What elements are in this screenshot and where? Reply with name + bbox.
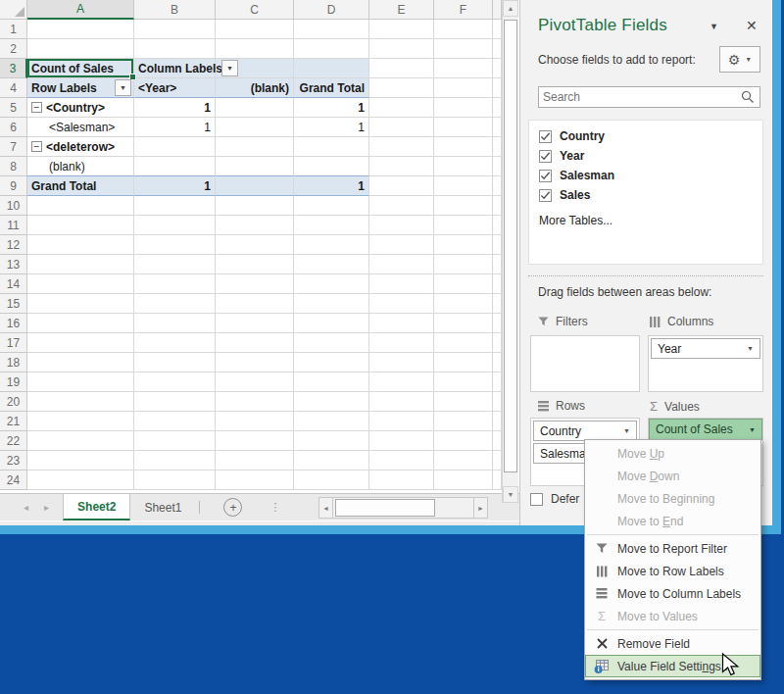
column-header-d[interactable]: D: [294, 0, 369, 20]
grid-cell[interactable]: [369, 157, 434, 176]
new-sheet-button[interactable]: +: [223, 498, 242, 517]
row-header-24[interactable]: 24: [0, 471, 27, 490]
grid-cell[interactable]: [216, 20, 294, 39]
grid-cell[interactable]: [369, 137, 434, 157]
row-header-5[interactable]: 5: [0, 98, 27, 118]
grid-cell[interactable]: [216, 471, 294, 490]
grid-cell[interactable]: [434, 471, 493, 490]
grid-cell[interactable]: [27, 353, 134, 372]
grid-cell[interactable]: [294, 333, 369, 353]
menu-item-remove-field[interactable]: Remove Field: [585, 632, 760, 655]
filters-drop-area[interactable]: [530, 335, 640, 392]
grid-cell[interactable]: [369, 20, 434, 39]
grid-cell[interactable]: [134, 392, 216, 412]
row-header-3[interactable]: 3: [0, 59, 27, 78]
grid-cell[interactable]: [216, 353, 294, 372]
grid-cell[interactable]: [434, 157, 493, 176]
cell-A5[interactable]: −<Country>: [27, 98, 134, 118]
grid-cell[interactable]: [434, 196, 493, 216]
grid-cell[interactable]: [294, 255, 369, 274]
collapse-icon[interactable]: −: [31, 102, 42, 113]
menu-item-move-to-report-filter[interactable]: Move to Report Filter: [585, 537, 760, 560]
grid-cell[interactable]: [27, 235, 134, 255]
grid-cell[interactable]: [434, 353, 493, 372]
grid-cell[interactable]: [134, 372, 216, 392]
row-header-2[interactable]: 2: [0, 39, 27, 59]
row-header-10[interactable]: 10: [0, 196, 27, 216]
cell-D3[interactable]: [294, 59, 369, 78]
cell-B5[interactable]: 1: [134, 98, 216, 118]
grid-cell[interactable]: [294, 392, 369, 412]
grid-cell[interactable]: [434, 235, 493, 255]
grid-cell[interactable]: [434, 333, 493, 353]
grid-cell[interactable]: [216, 412, 294, 431]
row-header-15[interactable]: 15: [0, 294, 27, 314]
row-header-12[interactable]: 12: [0, 235, 27, 255]
grid-cell[interactable]: [434, 176, 493, 196]
field-item-year[interactable]: Year: [539, 146, 762, 166]
grid-cell[interactable]: [369, 294, 434, 314]
grid-cell[interactable]: [294, 39, 369, 59]
grid-cell[interactable]: [216, 431, 294, 451]
grid-cell[interactable]: [216, 333, 294, 353]
grid-cell[interactable]: [134, 39, 216, 59]
cell-A4[interactable]: Row Labels▼: [27, 78, 134, 98]
row-header-22[interactable]: 22: [0, 431, 27, 451]
horizontal-scrollbar[interactable]: ◄ ►: [318, 497, 488, 519]
column-header-b[interactable]: B: [134, 0, 216, 20]
grid-cell[interactable]: [294, 216, 369, 235]
cell-D6[interactable]: 1: [294, 118, 369, 137]
grid-cell[interactable]: [369, 471, 434, 490]
pane-close-icon[interactable]: ✕: [746, 18, 758, 33]
grid-cell[interactable]: [294, 274, 369, 294]
grid-cell[interactable]: [369, 392, 434, 412]
grid-cell[interactable]: [134, 196, 216, 216]
grid-cell[interactable]: [369, 98, 434, 118]
rows-field-country[interactable]: Country ▼: [533, 421, 637, 441]
grid-cell[interactable]: [27, 216, 134, 235]
field-checkbox[interactable]: [539, 189, 552, 202]
field-item-sales[interactable]: Sales: [539, 185, 762, 205]
column-header-e[interactable]: E: [369, 0, 434, 20]
grid-cell[interactable]: [216, 372, 294, 392]
grid-cell[interactable]: [369, 118, 434, 137]
grid-cell[interactable]: [27, 431, 134, 451]
row-header-23[interactable]: 23: [0, 451, 27, 471]
grid-cell[interactable]: [369, 59, 434, 78]
grid-cell[interactable]: [216, 314, 294, 333]
grid-cell[interactable]: [27, 39, 134, 59]
column-header-a[interactable]: A: [27, 0, 134, 20]
grid-cell[interactable]: [216, 118, 294, 137]
cell-C9[interactable]: [216, 176, 294, 196]
grid-cell[interactable]: [369, 372, 434, 392]
cell-A8[interactable]: (blank): [27, 157, 134, 176]
grid-cell[interactable]: [134, 274, 216, 294]
field-item-salesman[interactable]: Salesman: [539, 166, 762, 185]
sheet-nav-right-icon[interactable]: ▸: [44, 502, 49, 513]
grid-cell[interactable]: [27, 372, 134, 392]
grid-cell[interactable]: [134, 216, 216, 235]
cell-A3[interactable]: Count of Sales: [27, 59, 134, 78]
row-header-14[interactable]: 14: [0, 274, 27, 294]
cell-B3[interactable]: Column Labels▼: [134, 59, 216, 78]
grid-cell[interactable]: [434, 314, 493, 333]
row-header-11[interactable]: 11: [0, 216, 27, 235]
grid-cell[interactable]: [294, 235, 369, 255]
grid-cell[interactable]: [369, 412, 434, 431]
grid-cell[interactable]: [369, 431, 434, 451]
grid-cell[interactable]: [434, 39, 493, 59]
grid-cell[interactable]: [294, 196, 369, 216]
field-checkbox[interactable]: [539, 150, 552, 163]
vertical-scroll-track[interactable]: [503, 17, 518, 486]
vertical-scrollbar[interactable]: ▲ ▼: [502, 0, 518, 503]
row-header-21[interactable]: 21: [0, 412, 27, 431]
cell-B9[interactable]: 1: [134, 176, 216, 196]
vertical-scroll-thumb[interactable]: [504, 20, 517, 472]
field-checkbox[interactable]: [539, 130, 552, 143]
grid-cell[interactable]: [27, 314, 134, 333]
grid-cell[interactable]: [434, 59, 493, 78]
grid-cell[interactable]: [216, 255, 294, 274]
grid-cell[interactable]: [294, 294, 369, 314]
grid-cell[interactable]: [434, 137, 493, 157]
grid-cell[interactable]: [369, 39, 434, 59]
